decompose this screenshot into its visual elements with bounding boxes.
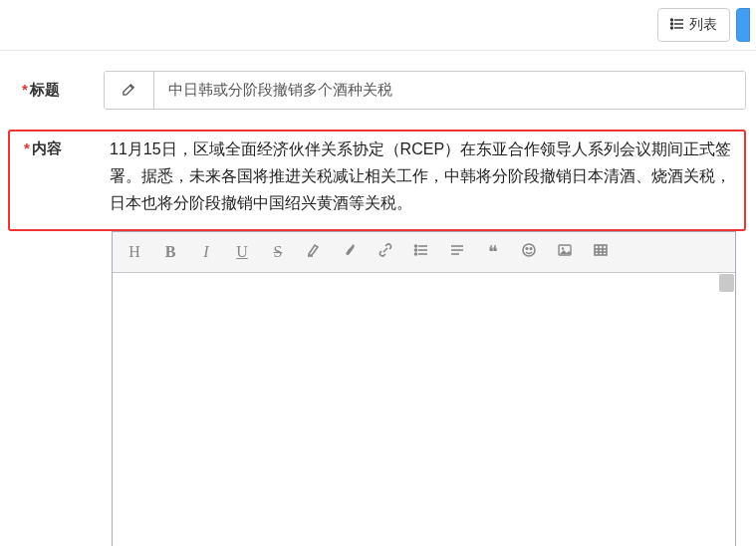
strikethrough-button[interactable]: S xyxy=(260,238,296,266)
list-button-label: 列表 xyxy=(689,16,717,34)
svg-point-19 xyxy=(530,247,532,249)
svg-point-5 xyxy=(671,27,673,29)
required-marker: * xyxy=(22,81,28,98)
title-field xyxy=(104,71,746,110)
align-button[interactable] xyxy=(439,238,475,266)
svg-point-21 xyxy=(562,247,564,249)
svg-point-18 xyxy=(526,247,528,249)
svg-point-3 xyxy=(671,19,673,21)
highlight-icon xyxy=(306,242,322,262)
highlight-button[interactable] xyxy=(296,238,332,266)
brush-button[interactable] xyxy=(332,238,368,266)
primary-action-button[interactable] xyxy=(736,8,750,42)
list-button[interactable]: 列表 xyxy=(657,8,730,42)
editor-body[interactable] xyxy=(113,273,735,546)
svg-rect-22 xyxy=(595,245,607,255)
required-marker: * xyxy=(24,139,30,156)
image-icon xyxy=(557,242,573,262)
svg-point-13 xyxy=(415,253,417,255)
table-button[interactable] xyxy=(583,238,619,266)
editor-toolbar: H B I U S ❝ xyxy=(113,232,735,273)
title-label-text: 标题 xyxy=(30,81,60,98)
svg-point-12 xyxy=(415,249,417,251)
blockquote-button[interactable]: ❝ xyxy=(475,238,511,266)
table-icon xyxy=(593,242,609,262)
content-label: *内容 xyxy=(14,136,110,158)
list-icon xyxy=(670,18,684,32)
title-row: *标题 xyxy=(8,71,746,110)
title-input[interactable] xyxy=(154,72,745,109)
edit-icon-button[interactable] xyxy=(105,72,154,109)
emoji-button[interactable] xyxy=(511,238,547,266)
content-text: 11月15日，区域全面经济伙伴关系协定（RCEP）在东亚合作领导人系列会议期间正… xyxy=(110,136,740,223)
link-icon xyxy=(378,242,393,262)
pencil-icon xyxy=(122,82,136,100)
emoji-icon xyxy=(521,242,537,262)
content-field: 11月15日，区域全面经济伙伴关系协定（RCEP）在东亚合作领导人系列会议期间正… xyxy=(110,136,740,223)
top-bar: 列表 xyxy=(0,0,756,51)
form-area: *标题 *内容 11月15日，区域全面经济伙伴关系协定（RCEP）在东亚合作领导… xyxy=(0,51,756,546)
brush-icon xyxy=(342,242,358,262)
align-icon xyxy=(449,242,465,262)
content-label-text: 内容 xyxy=(32,139,62,156)
bullet-list-icon xyxy=(413,242,429,262)
svg-point-4 xyxy=(671,23,673,25)
link-button[interactable] xyxy=(368,238,403,266)
bold-button[interactable]: B xyxy=(152,238,188,266)
image-button[interactable] xyxy=(547,238,583,266)
content-row: *内容 11月15日，区域全面经济伙伴关系协定（RCEP）在东亚合作领导人系列会… xyxy=(8,130,746,231)
title-label: *标题 xyxy=(8,71,104,100)
bullet-list-button[interactable] xyxy=(403,238,439,266)
svg-point-11 xyxy=(415,245,417,247)
rich-text-editor: H B I U S ❝ xyxy=(112,231,736,546)
scrollbar-thumb[interactable] xyxy=(719,274,734,292)
underline-button[interactable]: U xyxy=(224,238,260,266)
italic-button[interactable]: I xyxy=(188,238,224,266)
heading-button[interactable]: H xyxy=(117,238,152,266)
title-input-group xyxy=(104,71,746,110)
